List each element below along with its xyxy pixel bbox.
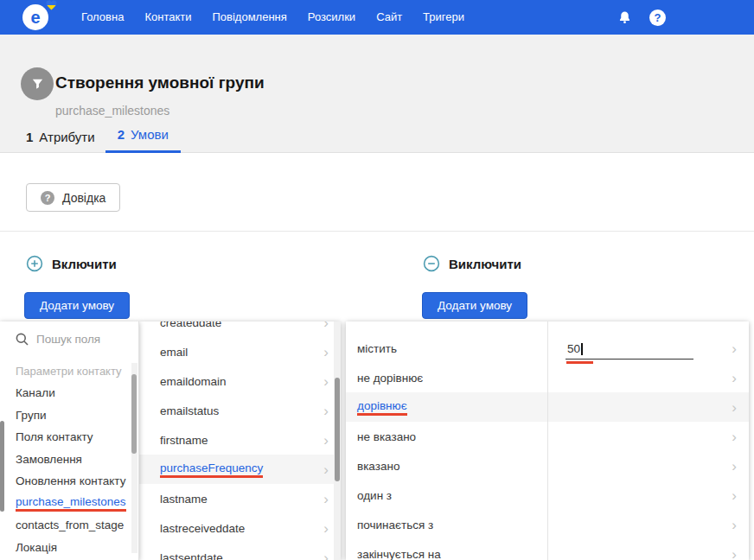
chevron-right-icon: › [323, 462, 329, 477]
field-row-lastreceiveddate[interactable]: lastreceiveddate › [139, 513, 341, 543]
nav-item-messages[interactable]: Повідомлення [201, 0, 297, 35]
field-row-lastname[interactable]: lastname › [139, 484, 341, 513]
category-item-orders[interactable]: Замовлення [0, 449, 138, 471]
question-circle-icon: ? [41, 191, 54, 205]
main-menu: Головна Контакти Повідомлення Розсилки С… [71, 0, 475, 35]
exclude-section-title: Виключити [449, 257, 521, 271]
tab-number: 2 [118, 127, 125, 142]
nav-item-home[interactable]: Головна [71, 0, 134, 35]
field-row-firstname[interactable]: firstname › [139, 425, 341, 455]
tab-number: 1 [26, 130, 33, 144]
chevron-right-icon: › [323, 521, 329, 536]
annotation-underline [566, 361, 593, 364]
section-divider [0, 231, 754, 232]
field-label: lastsentdate [160, 551, 223, 560]
operator-label: не дорівнює [357, 372, 423, 385]
help-button-label: Довідка [62, 191, 105, 205]
category-item-contact-updates[interactable]: Оновлення контакту [0, 470, 138, 493]
nav-item-campaigns[interactable]: Розсилки [297, 0, 366, 35]
contact-fields-list: createddate › email › emaildomain › emai… [139, 321, 341, 560]
field-label: lastname [160, 493, 208, 506]
chevron-right-icon: › [323, 374, 329, 389]
top-navbar: e Головна Контакти Повідомлення Розсилки… [0, 0, 754, 35]
tab-attributes[interactable]: 1 Атрибути [26, 130, 95, 153]
left-scrollbar-thumb[interactable] [0, 421, 4, 512]
field-row-purchasefrequency[interactable]: purchaseFrequency › [139, 455, 341, 484]
tab-label: Умови [131, 127, 169, 142]
field-row-emaildomain[interactable]: emaildomain › [139, 366, 341, 396]
operator-label: містить [357, 342, 397, 355]
segment-funnel-icon [21, 67, 54, 100]
page-subtitle: purchase_milestones [55, 104, 169, 118]
chevron-right-icon: › [323, 345, 329, 360]
contact-fields-panel: createddate › email › emaildomain › emai… [139, 321, 341, 560]
ukraine-heart-icon [46, 0, 57, 10]
field-row-lastsentdate[interactable]: lastsentdate › [139, 543, 341, 560]
field-categories-panel: Параметри контакту Канали Групи Поля кон… [0, 321, 139, 560]
include-section-title: Включити [52, 257, 117, 271]
notifications-bell-icon[interactable] [617, 10, 632, 26]
nav-item-site[interactable]: Сайт [366, 0, 412, 35]
help-question-icon[interactable]: ? [649, 10, 666, 26]
category-item-groups[interactable]: Групи [0, 404, 138, 427]
search-input[interactable] [36, 333, 127, 346]
fields-scrollbar[interactable] [335, 378, 340, 481]
field-label: lastreceiveddate [160, 522, 245, 535]
field-label: purchaseFrequency [160, 461, 263, 478]
field-search[interactable] [0, 321, 138, 356]
category-label: Замовлення [16, 453, 82, 466]
search-icon [16, 333, 29, 346]
category-label: purchase_milestones [16, 495, 126, 512]
category-item-location[interactable]: Локація [0, 537, 138, 559]
categories-scrollbar[interactable] [131, 374, 137, 454]
nav-item-triggers[interactable]: Тригери [412, 0, 475, 35]
tab-label: Атрибути [39, 130, 94, 144]
category-label: Групи [16, 409, 47, 422]
field-label: email [160, 346, 188, 359]
value-text: 50 [567, 342, 580, 355]
include-section-header: Включити [26, 255, 117, 272]
category-label: Поля контакту [16, 430, 93, 443]
field-row-email[interactable]: email › [139, 337, 341, 366]
category-item-contact-fields[interactable]: Поля контакту [0, 426, 138, 449]
chevron-right-icon: › [323, 550, 329, 560]
category-label: Канали [16, 386, 55, 399]
operator-label: починається з [357, 519, 433, 531]
value-input[interactable]: 50 [566, 339, 693, 360]
brand-logo-icon: e [22, 4, 48, 30]
page-title: Створення умовної групи [55, 73, 265, 92]
exclude-section-header: Виключити [423, 255, 521, 272]
category-label: contacts_from_stage [16, 519, 124, 531]
chevron-right-icon: › [323, 321, 329, 330]
field-row-emailstatus[interactable]: emailstatus › [139, 396, 341, 425]
tab-conditions[interactable]: 2 Умови [105, 127, 181, 153]
help-button[interactable]: ? Довідка [26, 183, 120, 212]
category-item-channels[interactable]: Канали [0, 382, 138, 404]
value-area: 50 [548, 321, 749, 560]
category-item-contacts-from-stage[interactable]: contacts_from_stage [0, 514, 138, 537]
minus-circle-icon [423, 255, 440, 272]
operator-label: вказано [357, 460, 399, 473]
plus-circle-icon [26, 255, 43, 272]
page-header: Створення умовної групи purchase_milesto… [0, 35, 754, 153]
operator-label: дорівнює [357, 399, 407, 416]
brand-logo[interactable]: e [22, 3, 54, 31]
chevron-right-icon: › [323, 404, 329, 418]
field-label: emailstatus [160, 404, 219, 417]
operator-label: один з [357, 489, 392, 502]
include-add-condition-button[interactable]: Додати умову [24, 292, 130, 319]
category-group-label: Параметри контакту [0, 356, 138, 382]
condition-panel: містить › не дорівнює › дорівнює › не вк… [346, 321, 749, 560]
category-label: Локація [16, 541, 57, 554]
navbar-icons: ? [617, 0, 666, 35]
field-row-createddate[interactable]: createddate › [139, 321, 341, 337]
chevron-right-icon: › [323, 433, 329, 448]
field-label: emaildomain [160, 375, 227, 388]
nav-item-contacts[interactable]: Контакти [134, 0, 201, 35]
category-item-purchase-milestones[interactable]: purchase_milestones [0, 493, 138, 515]
category-label: Оновлення контакту [16, 474, 125, 487]
chevron-right-icon: › [323, 492, 329, 506]
text-cursor [581, 343, 583, 355]
exclude-add-condition-button[interactable]: Додати умову [422, 292, 527, 319]
operator-label: закінчується на [357, 548, 441, 560]
